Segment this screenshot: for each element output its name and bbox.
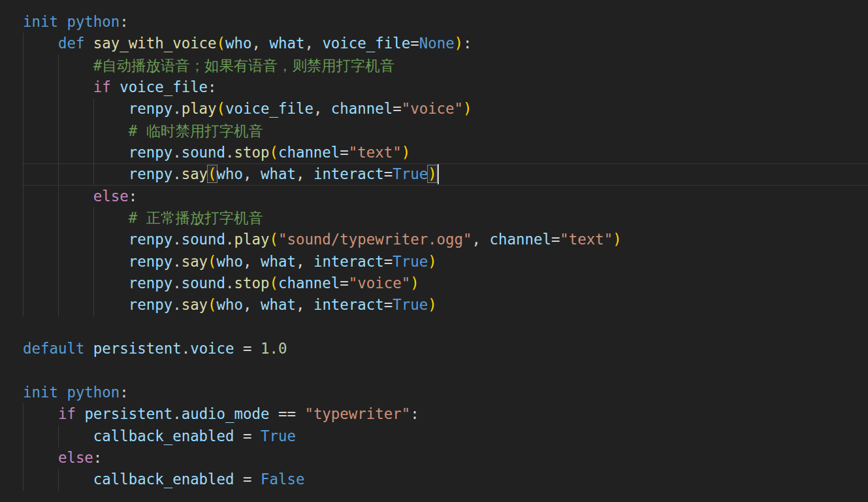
code-token-keyword: True [393, 165, 428, 182]
code-line[interactable]: def say_with_voice(who, what, voice_file… [0, 33, 868, 54]
code-line[interactable]: init python: [0, 382, 868, 403]
code-token-punctuation [76, 405, 84, 422]
code-line[interactable]: else: [0, 447, 868, 469]
code-token-string: "typewriter" [304, 405, 410, 422]
code-token-punctuation: == [269, 405, 304, 422]
code-token-variable: callback_enabled [93, 427, 234, 444]
code-token-punctuation: . [172, 253, 181, 270]
code-line[interactable]: renpy.sound.stop(channel="text") [0, 142, 868, 163]
code-token-punctuation: = [234, 471, 261, 488]
code-text: if persistent.audio_mode == "typewriter"… [23, 405, 419, 422]
code-token-keyword: init [23, 13, 58, 30]
code-token-punctuation: , [243, 253, 261, 270]
code-token-bracket: ( [208, 253, 216, 270]
code-text: callback_enabled = False [23, 471, 304, 488]
code-token-function: say [182, 165, 208, 182]
code-token-keyword: python [67, 13, 120, 30]
code-token-variable: who [225, 35, 251, 52]
code-token-punctuation: = [384, 253, 393, 270]
code-token-punctuation: : [93, 449, 102, 466]
code-token-variable: channel [331, 100, 393, 117]
code-token-variable: who [217, 253, 243, 270]
code-token-variable: renpy [129, 231, 172, 248]
code-line[interactable]: # 临时禁用打字机音 [0, 120, 868, 142]
code-line[interactable]: # 正常播放打字机音 [0, 207, 868, 229]
code-token-string: "sound/typewriter.ogg" [278, 231, 472, 248]
code-token-punctuation: : [129, 188, 137, 205]
code-text: init python: [23, 384, 129, 401]
code-token-variable: what [261, 296, 296, 313]
code-token-variable: renpy [129, 296, 172, 313]
code-token-punctuation: = [393, 100, 401, 117]
code-line[interactable]: default persistent.voice = 1.0 [0, 338, 868, 360]
code-token-variable: interact [313, 253, 384, 270]
code-text: callback_enabled = True [23, 427, 296, 444]
code-token-variable: voice_file [322, 35, 410, 52]
code-line[interactable]: renpy.sound.play("sound/typewriter.ogg",… [0, 229, 868, 250]
code-text: #自动播放语音；如果有语音，则禁用打字机音 [23, 57, 394, 74]
code-token-bracket: ) [428, 253, 436, 270]
code-token-variable: what [270, 35, 305, 52]
code-line[interactable]: init python: [0, 11, 868, 33]
code-token-variable: voice_file [120, 78, 208, 95]
code-token-punctuation: = [234, 427, 261, 444]
code-token-punctuation: , [296, 165, 313, 182]
code-token-function: say_with_voice [93, 35, 217, 52]
code-token-punctuation: : [120, 384, 128, 401]
code-line[interactable]: else: [0, 186, 868, 207]
code-token-bracket: ) [463, 100, 472, 117]
code-token-punctuation: , [296, 253, 313, 270]
code-token-keyword: init [23, 384, 58, 401]
code-text: def say_with_voice(who, what, voice_file… [23, 35, 472, 52]
code-token-variable: renpy [129, 144, 172, 161]
code-line[interactable] [0, 316, 868, 338]
code-token-variable: channel [490, 231, 551, 248]
code-token-punctuation: = [384, 165, 393, 182]
code-text: renpy.say(who, what, interact=True) [23, 253, 437, 270]
code-line[interactable]: if voice_file: [0, 76, 868, 98]
code-token-punctuation: . [172, 296, 181, 313]
code-token-punctuation: , [243, 296, 261, 313]
code-line[interactable]: renpy.sound.stop(channel="voice") [0, 273, 868, 294]
code-token-string: "voice" [349, 275, 410, 292]
code-line[interactable]: renpy.play(voice_file, channel="voice") [0, 98, 868, 120]
code-line[interactable]: callback_enabled = True [0, 426, 868, 447]
code-line[interactable] [0, 360, 868, 382]
code-token-punctuation [84, 35, 93, 52]
code-token-bracket: ( [208, 296, 216, 313]
code-editor: init python: def say_with_voice(who, wha… [0, 0, 868, 502]
code-text: renpy.say(who, what, interact=True) [23, 296, 437, 313]
code-token-punctuation: = [384, 296, 393, 313]
code-token-punctuation: : [208, 78, 216, 95]
code-token-string: "voice" [402, 100, 463, 117]
code-token-variable: sound [182, 144, 225, 161]
matched-bracket-token: ( [208, 165, 216, 182]
code-token-punctuation: , [472, 231, 490, 248]
code-token-punctuation [58, 384, 67, 401]
code-token-variable: channel [278, 275, 340, 292]
code-line[interactable]: callback_enabled = False [0, 469, 868, 490]
code-text: # 正常播放打字机音 [23, 209, 263, 226]
code-text: if voice_file: [23, 78, 217, 95]
code-token-punctuation: , [304, 35, 322, 52]
code-token-variable: renpy [129, 275, 172, 292]
code-text: # 临时禁用打字机音 [23, 122, 263, 139]
code-token-punctuation: . [182, 340, 190, 357]
code-line[interactable]: if persistent.audio_mode == "typewriter"… [0, 403, 868, 425]
code-line[interactable]: #自动播放语音；如果有语音，则禁用打字机音 [0, 55, 868, 76]
code-token-bracket: ) [613, 231, 621, 248]
code-line[interactable]: renpy.say(who, what, interact=True) [0, 163, 868, 185]
code-token-number: 1.0 [261, 340, 287, 357]
code-line[interactable]: renpy.say(who, what, interact=True) [0, 294, 868, 316]
code-token-bracket: ) [455, 35, 463, 52]
code-token-keyword: True [261, 427, 296, 444]
code-token-variable: what [261, 165, 296, 182]
code-token-variable: persistent [93, 340, 182, 357]
code-token-punctuation: = [410, 35, 419, 52]
code-line[interactable]: renpy.say(who, what, interact=True) [0, 251, 868, 273]
code-token-keyword: def [58, 35, 84, 52]
code-token-punctuation: , [313, 100, 331, 117]
code-token-variable: voice_file [225, 100, 313, 117]
code-token-function: stop [234, 144, 270, 161]
code-token-punctuation: : [463, 35, 472, 52]
